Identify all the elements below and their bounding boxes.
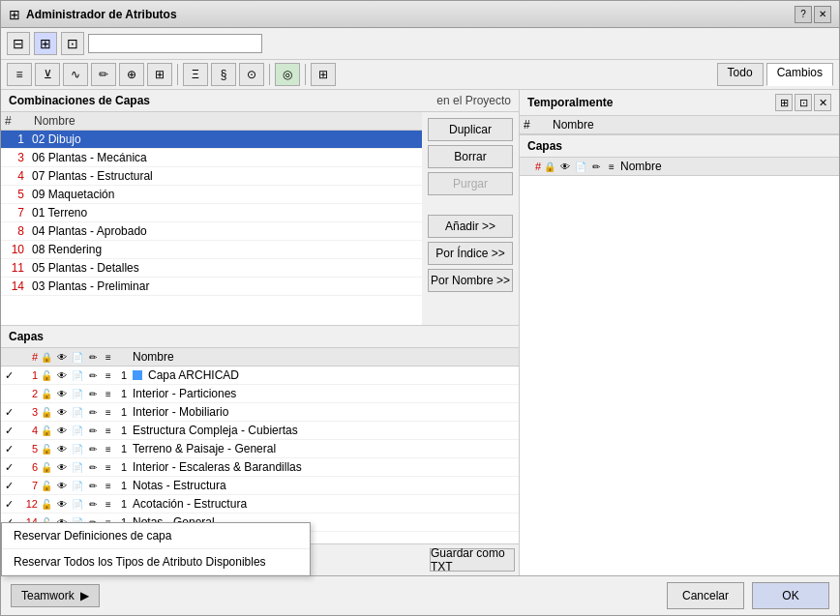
combo-item[interactable]: 4 07 Plantas - Estructural [1,167,422,186]
combo-name: 07 Plantas - Estructural [32,169,418,183]
combo-item[interactable]: 8 04 Plantas - Aprobado [1,222,422,241]
right-add-btn[interactable]: ⊞ [775,94,793,111]
layer-lock: 🔓 [40,444,53,455]
layer-check: ✓ [5,461,18,474]
layer-eye: 👁 [55,481,69,491]
right-layers-body[interactable] [520,176,839,575]
combo-item[interactable]: 1 02 Dibujo [1,131,422,149]
layer-row[interactable]: ✓ 6 🔓 👁 📄 ✏ ≡ 1 Interior - Escaleras & B… [1,458,519,477]
tool-circle[interactable]: ◎ [275,63,300,86]
layer-row[interactable]: ✓ 4 🔓 👁 📄 ✏ ≡ 1 Estructura Compleja - Cu… [1,422,519,440]
ok-button[interactable]: OK [752,582,829,609]
tool-table[interactable]: ⊞ [311,63,336,86]
combinations-title: Combinaciones de Capas [9,94,150,107]
layer-pen: ✏ [86,481,100,491]
right-close-btn[interactable]: ✕ [814,94,831,111]
right-layers-lock: 🔒 [543,161,556,172]
combo-list-header: # Nombre [1,112,422,131]
right-layers-hash: # [524,161,541,172]
teamwork-button[interactable]: Teamwork ▶ [11,584,100,607]
add-button[interactable]: Añadir >> [428,215,513,238]
toolbar-sep-3 [305,64,306,85]
layer-row[interactable]: ✓ 5 🔓 👁 📄 ✏ ≡ 1 Terreno & Paisaje - Gene… [1,440,519,458]
toolbar-sep-1 [177,64,178,85]
tool-text[interactable]: Ξ [183,63,208,86]
close-button[interactable]: ✕ [814,6,831,23]
layer-cnt: 1 [117,406,131,418]
layer-name: Capa ARCHICAD [148,368,239,382]
tool-tag[interactable]: § [211,63,236,86]
tab-cambios[interactable]: Cambios [766,63,833,86]
layer-cnt: 1 [117,425,131,436]
layer-pen: ✏ [86,389,100,399]
layer-row[interactable]: ✓ 1 🔓 👁 📄 ✏ ≡ 1 Capa ARCHICAD [1,367,519,385]
title-bar: ⊞ Administrador de Atributos ? ✕ [1,1,839,28]
layer-cnt: 1 [117,388,131,399]
tool-add[interactable]: ⊕ [119,63,144,86]
title-bar-left: ⊞ Administrador de Atributos [9,7,177,22]
layer-num: 1 [20,369,38,381]
layer-row[interactable]: ✓ 12 🔓 👁 📄 ✏ ≡ 1 Acotación - Estructura [1,495,519,513]
save-txt-button[interactable]: Guardar como TXT [430,548,515,572]
combo-name: 04 Plantas - Aprobado [32,224,418,238]
combo-item[interactable]: 3 06 Plantas - Mecánica [1,149,422,167]
col-eye: 👁 [55,352,69,363]
tool-edit[interactable]: ✏ [91,63,116,86]
context-menu-item-1[interactable]: Reservar Definiciones de capa [2,523,310,549]
duplicate-button[interactable]: Duplicar [428,118,513,141]
layer-name: Interior - Mobiliario [133,405,515,419]
toolbar-btn-3[interactable]: ⊡ [61,32,84,55]
layer-row[interactable]: 2 🔓 👁 📄 ✏ ≡ 1 Interior - Particiones [1,385,519,403]
combo-item[interactable]: 14 03 Plantas - Preliminar [1,278,422,296]
cancel-button[interactable]: Cancelar [667,582,744,609]
combo-item[interactable]: 5 09 Maquetación [1,186,422,204]
combo-num: 8 [5,224,24,238]
search-input[interactable] [88,34,262,53]
combo-item[interactable]: 10 08 Rendering [1,241,422,259]
layer-lock: 🔓 [40,481,53,491]
delete-button[interactable]: Borrar [428,145,513,168]
layer-check: ✓ [5,369,18,382]
col-lines: ≡ [102,352,115,363]
layer-doc: 📄 [71,481,84,491]
by-name-button[interactable]: Por Nombre >> [428,269,513,292]
combo-item[interactable]: 11 05 Plantas - Detalles [1,259,422,278]
right-top-section: Temporalmente ⊞ ⊡ ✕ # Nombre [520,90,839,135]
tool-globe[interactable]: ⊙ [239,63,264,86]
layer-pen: ✏ [86,407,100,418]
right-col-hash: # [524,118,543,132]
toolbar-btn-2[interactable]: ⊞ [34,32,57,55]
layer-doc: 📄 [71,462,84,473]
help-button[interactable]: ? [795,6,812,23]
tool-pen[interactable]: ⊻ [35,63,60,86]
col-pen-header: ✏ [86,352,100,363]
combo-item[interactable]: 7 01 Terreno [1,204,422,222]
by-index-button[interactable]: Por Índice >> [428,242,513,265]
right-copy-btn[interactable]: ⊡ [795,94,812,111]
layer-row[interactable]: ✓ 3 🔓 👁 📄 ✏ ≡ 1 Interior - Mobiliario [1,403,519,422]
purge-button[interactable]: Purgar [428,172,513,195]
tool-layers[interactable]: ≡ [7,63,32,86]
right-list-header: # Nombre [520,116,839,134]
layer-row[interactable]: ✓ 7 🔓 👁 📄 ✏ ≡ 1 Notas - Estructura [1,477,519,495]
layer-doc: 📄 [71,444,84,455]
layer-num: 3 [20,406,38,418]
combo-name: 06 Plantas - Mecánica [32,151,418,164]
context-menu-item-2[interactable]: Reservar Todos los Tipos de Atributo Dis… [2,549,310,575]
tool-wave[interactable]: ∿ [63,63,88,86]
col-hash: # [20,351,38,363]
layer-doc: 📄 [71,407,84,418]
combo-list[interactable]: 1 02 Dibujo 3 06 Plantas - Mecánica 4 07… [1,131,422,325]
dialog-title: Administrador de Atributos [26,8,177,21]
layer-name: Interior - Escaleras & Barandillas [133,460,515,474]
combinations-subtitle: en el Proyecto [436,94,511,107]
tool-grid[interactable]: ⊞ [147,63,172,86]
layer-name: Acotación - Estructura [133,497,515,511]
layers-table[interactable]: ✓ 1 🔓 👁 📄 ✏ ≡ 1 Capa ARCHICAD [1,367,519,543]
layer-name-cell: Capa ARCHICAD [133,368,515,382]
right-ctrl-buttons: ⊞ ⊡ ✕ [775,94,831,111]
app-icon: ⊞ [9,7,20,22]
tab-todo[interactable]: Todo [717,63,764,86]
layer-pen: ✏ [86,444,100,455]
toolbar-btn-1[interactable]: ⊟ [7,32,30,55]
